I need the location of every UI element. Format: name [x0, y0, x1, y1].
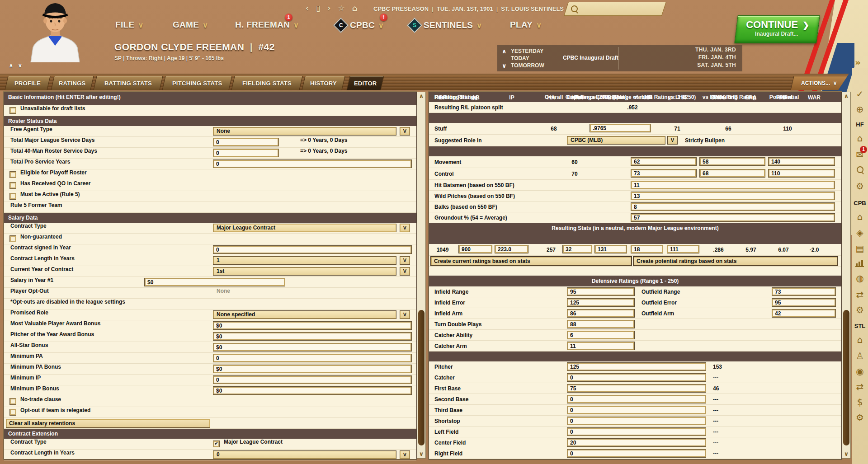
dropdown-current-year-of-contract[interactable]: 1st [213, 267, 396, 276]
gear-icon[interactable]: ⚙ [853, 181, 867, 192]
dropdown-arrow-icon[interactable]: V [400, 224, 410, 232]
dropdown-promised-role[interactable]: None specified [213, 310, 396, 319]
input-minimum-pa-bonus[interactable] [213, 365, 412, 373]
input-movement-vs-rhb[interactable] [699, 157, 765, 166]
input-all-star-bonus[interactable] [213, 343, 412, 352]
globe-icon[interactable]: ⊕ [853, 104, 867, 115]
menu-h-freeman[interactable]: H. FREEMAN∨1 [235, 20, 299, 30]
search-input[interactable] [564, 2, 666, 16]
gear-icon[interactable]: ⚙ [853, 412, 867, 423]
input-wild-pitches-based-on-550-bf[interactable] [631, 192, 835, 200]
input-experience-catcher[interactable] [567, 373, 706, 382]
window-icon[interactable]: ▯ [316, 4, 320, 13]
button-clear-all-salary-retentions[interactable]: Clear all salary retentions [6, 419, 210, 428]
checkbox-has-received-qo-in-career[interactable] [9, 182, 16, 189]
input-experience-center-field[interactable] [567, 438, 706, 447]
input-outfield-arm[interactable] [772, 309, 836, 318]
input-stat-hp[interactable] [631, 245, 663, 253]
input-experience-right-field[interactable] [567, 449, 706, 458]
gear-icon[interactable]: ⚙ [853, 305, 867, 315]
input-most-valuable-player-award-bonus[interactable] [213, 321, 412, 330]
tab-history[interactable]: HISTORY [302, 76, 345, 90]
news-icon[interactable]: ▤ [853, 243, 867, 254]
finance-icon[interactable]: $ [853, 397, 867, 408]
favorite-icon[interactable]: ☆ [338, 4, 344, 13]
input-movement-vs-lhb[interactable] [631, 157, 697, 166]
input-outfield-error[interactable] [772, 298, 836, 307]
dropdown-arrow-icon[interactable]: V [400, 450, 410, 459]
dropdown-suggested-role-league[interactable]: CPBC (MLB) [567, 136, 665, 145]
dropdown-arrow-icon[interactable]: V [400, 267, 410, 276]
input-stuff-rl-split[interactable] [590, 124, 651, 132]
input-stat-ab[interactable] [458, 245, 492, 253]
schedule-today-event[interactable]: CPBC Inaugural Draft [563, 55, 618, 61]
back-icon[interactable]: ‹ [306, 4, 309, 13]
input-infield-arm[interactable] [567, 309, 635, 318]
input-movement-potential[interactable] [768, 157, 835, 166]
input-minimum-ip-bonus[interactable] [213, 386, 412, 395]
dropdown-contract-length-in-years[interactable]: 0 [213, 450, 396, 459]
input-contract-signed-in-year[interactable] [213, 245, 412, 254]
trade-icon[interactable]: ⇄ [853, 289, 867, 300]
dropdown-arrow-icon[interactable]: V [667, 136, 678, 145]
stats-icon[interactable] [853, 260, 867, 269]
input-stat-ip[interactable] [495, 245, 528, 253]
checkbox-non-guaranteed[interactable] [9, 235, 16, 242]
trade-icon[interactable]: ⇄ [853, 381, 867, 392]
input-experience-left-field[interactable] [567, 427, 706, 436]
input-control-vs-lhb[interactable] [631, 169, 697, 178]
checkbox-no-trade-clause[interactable] [9, 398, 16, 405]
home-plate-icon[interactable]: ⌂ [853, 211, 867, 222]
tab-fielding-stats[interactable]: FIELDING STATS [231, 76, 302, 90]
input-experience-second-base[interactable] [567, 395, 706, 403]
tab-ratings[interactable]: RATINGS [51, 76, 94, 90]
checkbox-opt-out-if-team-is-relegated[interactable] [9, 409, 16, 416]
field-icon[interactable]: ◈ [853, 227, 867, 238]
menu-game[interactable]: GAME∨ [173, 20, 208, 30]
actions-button[interactable]: ACTIONS... ∨ [790, 76, 848, 90]
input-pitcher-of-the-year-award-bonus[interactable] [213, 332, 412, 341]
batter-icon[interactable]: ♙ [853, 351, 867, 361]
input-total-40-man-roster-service-days[interactable] [213, 149, 279, 157]
ballpark-icon[interactable]: ◉ [853, 366, 867, 377]
search-icon[interactable] [853, 166, 867, 175]
button-create-current-ratings-based-on-stats[interactable]: Create current ratings based on stats [431, 257, 632, 266]
home-plate-icon[interactable]: ⌂ [853, 334, 867, 345]
input-catcher-ability[interactable] [567, 331, 635, 339]
dropdown-contract-type[interactable]: Major League Contract [213, 224, 396, 232]
home-plate-icon[interactable]: ⌂ [853, 133, 867, 144]
menu-cpbc[interactable]: CCPBC∨! [335, 20, 384, 31]
input-experience-pitcher[interactable] [567, 362, 706, 371]
input-balks-based-on-550-bf[interactable] [631, 202, 835, 211]
schedule-label-tomorrow[interactable]: TOMORROW [511, 62, 544, 69]
input-total-major-league-service-days[interactable] [213, 138, 279, 146]
input-total-pro-service-years[interactable] [213, 159, 412, 168]
checkbox-must-be-active-rule-5[interactable] [9, 193, 16, 200]
checkbox-unavailable-for-draft-lists[interactable] [9, 107, 16, 114]
tab-editor[interactable]: EDITOR [346, 76, 384, 90]
tab-batting-stats[interactable]: BATTING STATS [93, 76, 163, 90]
dropdown-arrow-icon[interactable]: V [400, 127, 410, 136]
input-turn-double-plays[interactable] [567, 320, 635, 328]
forward-icon[interactable]: › [327, 4, 330, 13]
tab-pitching-stats[interactable]: PITCHING STATS [162, 76, 232, 90]
dropdown-arrow-icon[interactable]: V [400, 256, 410, 265]
check-icon[interactable]: ✓ [853, 89, 867, 99]
menu-play[interactable]: PLAY∨ [510, 20, 542, 30]
right-panel-scrollbar[interactable]: ∧ ∨ [842, 92, 851, 459]
input-control-potential[interactable] [768, 169, 835, 178]
input-minimum-pa[interactable] [213, 354, 412, 362]
input-infield-error[interactable] [567, 298, 635, 307]
input-stat-hra[interactable] [562, 245, 592, 253]
dropdown-contract-length-in-years[interactable]: 1 [213, 256, 396, 265]
input-hit-batsmen-based-on-550-bf[interactable] [631, 181, 835, 189]
tab-profile[interactable]: PROFILE [5, 76, 50, 90]
input-control-vs-rhb[interactable] [699, 169, 765, 178]
input-stat-bb[interactable] [594, 245, 627, 253]
input-experience-shortstop[interactable] [567, 417, 706, 425]
input-stat-k[interactable] [667, 245, 699, 253]
schedule-label-yesterday[interactable]: YESTERDAY [511, 48, 543, 54]
input-infield-range[interactable] [567, 287, 635, 296]
schedule-next-icon[interactable]: ∨ [502, 62, 507, 69]
home-icon[interactable]: ⌂ [352, 4, 358, 13]
